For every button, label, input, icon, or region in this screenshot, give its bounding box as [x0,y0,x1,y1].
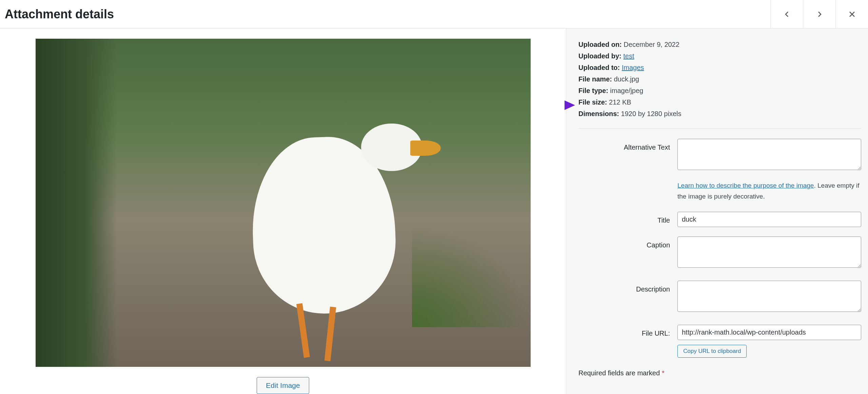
uploaded-to-label: Uploaded to: [578,64,620,71]
alt-text-label: Alternative Text [578,139,677,153]
description-input[interactable] [677,281,861,312]
close-button[interactable] [835,0,868,28]
file-type-label: File type: [578,87,608,94]
next-button[interactable] [803,0,835,28]
copy-url-button[interactable]: Copy URL to clipboard [677,345,747,358]
file-name-value: duck.jpg [614,75,639,83]
uploaded-to-link[interactable]: Images [622,64,644,71]
file-url-label: File URL: [578,325,677,339]
description-label: Description [578,281,677,295]
file-size-label: File size: [578,98,607,106]
file-name-label: File name: [578,75,612,83]
dimensions-label: Dimensions: [578,110,619,117]
dimensions-value: 1920 by 1280 pixels [621,110,682,117]
annotation-arrow [539,98,576,112]
meta-divider [578,128,861,129]
prev-button[interactable] [770,0,803,28]
file-type-value: image/jpeg [610,87,643,94]
alt-text-input[interactable] [677,139,861,170]
alt-text-help: Learn how to describe the purpose of the… [677,180,861,202]
required-fields-note: Required fields are marked * [578,367,861,379]
uploaded-by-link[interactable]: test [623,52,634,60]
attachment-meta: Uploaded on: December 9, 2022 Uploaded b… [578,39,861,119]
uploaded-on-value: December 9, 2022 [624,41,679,48]
caption-input[interactable] [677,237,861,268]
chevron-left-icon [783,10,791,18]
close-icon [848,10,856,18]
alt-text-help-link[interactable]: Learn how to describe the purpose of the… [677,182,814,189]
uploaded-by-label: Uploaded by: [578,52,622,60]
page-title: Attachment details [5,7,114,21]
uploaded-on-label: Uploaded on: [578,41,622,48]
caption-label: Caption [578,237,677,251]
required-asterisk: * [662,369,665,377]
title-label: Title [578,212,677,226]
edit-image-button[interactable]: Edit Image [257,377,309,394]
attachment-preview-image [36,39,531,367]
chevron-right-icon [815,10,824,18]
file-url-input[interactable] [677,325,861,340]
file-size-value: 212 KB [609,98,631,106]
title-input[interactable] [677,212,861,227]
